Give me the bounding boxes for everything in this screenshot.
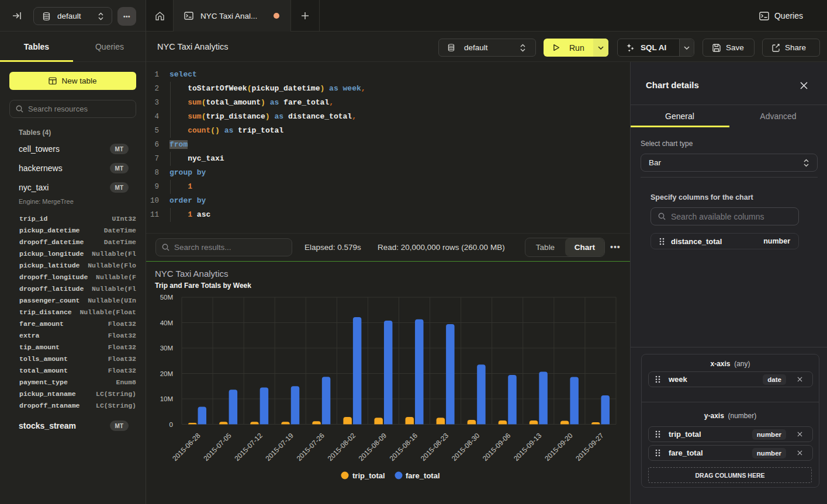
svg-text:2015-06-28: 2015-06-28 — [171, 431, 202, 463]
svg-text:10M: 10M — [160, 395, 173, 402]
svg-text:2015-09-27: 2015-09-27 — [574, 431, 605, 463]
svg-text:2015-08-09: 2015-08-09 — [357, 431, 389, 463]
svg-text:trip_total: trip_total — [352, 471, 385, 480]
svg-text:20M: 20M — [160, 370, 173, 377]
svg-text:2015-07-05: 2015-07-05 — [202, 431, 233, 463]
svg-text:0: 0 — [169, 421, 173, 428]
svg-text:2015-09-06: 2015-09-06 — [481, 431, 513, 463]
svg-text:2015-09-20: 2015-09-20 — [543, 431, 575, 463]
svg-text:30M: 30M — [160, 345, 173, 352]
svg-text:2015-07-26: 2015-07-26 — [295, 431, 327, 463]
svg-text:2015-08-16: 2015-08-16 — [388, 431, 420, 463]
svg-text:2015-08-02: 2015-08-02 — [326, 431, 358, 463]
svg-text:fare_total: fare_total — [406, 471, 440, 480]
svg-text:40M: 40M — [160, 319, 173, 326]
svg-text:50M: 50M — [160, 294, 173, 301]
svg-text:2015-08-30: 2015-08-30 — [450, 431, 482, 463]
svg-text:2015-09-13: 2015-09-13 — [512, 431, 544, 463]
svg-text:2015-08-23: 2015-08-23 — [419, 431, 451, 463]
svg-text:2015-07-19: 2015-07-19 — [264, 431, 296, 463]
svg-text:2015-07-12: 2015-07-12 — [233, 431, 264, 463]
